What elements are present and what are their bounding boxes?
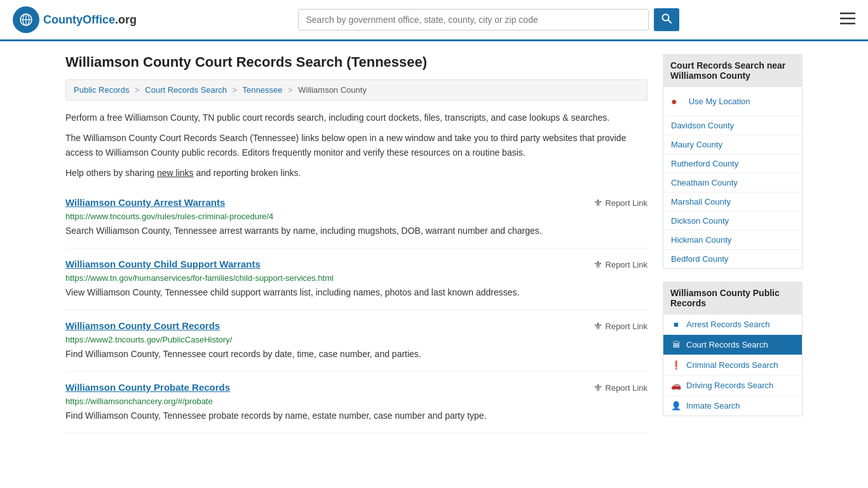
public-records-item[interactable]: ■Arrest Records Search: [663, 315, 802, 335]
use-location-link[interactable]: Use My Location: [681, 92, 758, 111]
nearby-county-item[interactable]: Rutherford County: [663, 154, 802, 173]
sidebar: Court Records Search near Williamson Cou…: [663, 54, 803, 433]
link-title-anchor[interactable]: Williamson County Arrest Warrants: [65, 197, 225, 208]
link-desc: Find Williamson County, Tennessee court …: [65, 348, 648, 361]
nearby-county-link[interactable]: Dickson County: [663, 212, 802, 230]
link-url[interactable]: https://williamsonchancery.org/#/probate: [65, 396, 648, 406]
link-entry-header: Williamson County Child Support Warrants…: [65, 259, 648, 271]
public-records-item[interactable]: ❗Criminal Records Search: [663, 355, 802, 376]
breadcrumb: Public Records > Court Records Search > …: [65, 79, 648, 100]
link-entries: Williamson County Arrest Warrants ⚜ Repo…: [65, 187, 648, 433]
public-records-item[interactable]: 🚗Driving Records Search: [663, 376, 802, 396]
nearby-county-link[interactable]: Rutherford County: [663, 154, 802, 173]
nearby-county-link[interactable]: Marshall County: [663, 193, 802, 211]
nearby-county-item[interactable]: Maury County: [663, 135, 802, 154]
link-entry-header: Williamson County Court Records ⚜ Report…: [65, 320, 648, 332]
link-title-anchor[interactable]: Williamson County Child Support Warrants: [65, 259, 261, 269]
use-location-item[interactable]: ● Use My Location: [663, 87, 802, 116]
nearby-county-link[interactable]: Hickman County: [663, 231, 802, 249]
public-records-link[interactable]: 🏛Court Records Search: [663, 335, 802, 355]
report-link-btn[interactable]: ⚜ Report Link: [593, 197, 648, 209]
report-link-btn[interactable]: ⚜ Report Link: [593, 259, 648, 271]
report-label: Report Link: [606, 383, 648, 393]
logo[interactable]: CountyOffice.org: [13, 6, 137, 33]
link-title: Williamson County Probate Records: [65, 382, 230, 393]
new-links-link[interactable]: new links: [157, 168, 194, 178]
link-entry: Williamson County Probate Records ⚜ Repo…: [65, 372, 648, 433]
nearby-county-item[interactable]: Hickman County: [663, 231, 802, 250]
nearby-county-item[interactable]: Dickson County: [663, 212, 802, 231]
link-title: Williamson County Child Support Warrants: [65, 259, 261, 269]
page-title: Williamson County Court Records Search (…: [65, 54, 648, 71]
search-input[interactable]: [298, 9, 649, 30]
report-label: Report Link: [606, 260, 648, 269]
nearby-county-item[interactable]: Cheatham County: [663, 173, 802, 193]
public-records-label: Criminal Records Search: [686, 360, 778, 370]
link-url[interactable]: https://www.tncourts.gov/rules/rules-cri…: [65, 212, 648, 221]
public-records-label: Court Records Search: [686, 340, 768, 349]
link-url[interactable]: https://www.tn.gov/humanservices/for-fam…: [65, 273, 648, 283]
link-entry-header: Williamson County Arrest Warrants ⚜ Repo…: [65, 197, 648, 209]
header: CountyOffice.org: [0, 0, 868, 41]
public-records-icon: 🚗: [671, 381, 681, 390]
public-records-label: Driving Records Search: [686, 381, 773, 390]
public-records-icon: ■: [671, 320, 681, 329]
nearby-section: Court Records Search near Williamson Cou…: [663, 54, 803, 269]
link-url[interactable]: https://www2.tncourts.gov/PublicCaseHist…: [65, 335, 648, 344]
logo-text: CountyOffice.org: [43, 13, 137, 27]
main-container: Williamson County Court Records Search (…: [53, 41, 815, 446]
report-icon: ⚜: [593, 320, 602, 332]
hamburger-icon: [840, 12, 855, 25]
logo-icon: [13, 6, 39, 33]
report-link-btn[interactable]: ⚜ Report Link: [593, 320, 648, 332]
nearby-county-item[interactable]: Marshall County: [663, 193, 802, 212]
public-records-item[interactable]: 🏛Court Records Search: [663, 335, 802, 355]
nearby-county-link[interactable]: Bedford County: [663, 250, 802, 268]
link-title: Williamson County Court Records: [65, 320, 220, 331]
breadcrumb-public-records[interactable]: Public Records: [74, 85, 129, 95]
content-area: Williamson County Court Records Search (…: [65, 54, 648, 433]
search-icon: [661, 13, 672, 24]
location-icon: ●: [671, 96, 677, 107]
nearby-county-link[interactable]: Maury County: [663, 135, 802, 154]
nearby-county-link[interactable]: Cheatham County: [663, 173, 802, 192]
link-entry: Williamson County Court Records ⚜ Report…: [65, 310, 648, 372]
nearby-title: Court Records Search near Williamson Cou…: [663, 54, 803, 87]
public-records-list: ■Arrest Records Search🏛Court Records Sea…: [663, 315, 803, 416]
report-icon: ⚜: [593, 259, 602, 271]
public-records-link[interactable]: ❗Criminal Records Search: [663, 355, 802, 375]
description-para2: The Williamson County Court Records Sear…: [65, 131, 648, 159]
link-desc: View Williamson County, Tennessee child …: [65, 286, 648, 299]
report-link-btn[interactable]: ⚜ Report Link: [593, 382, 648, 394]
public-records-link[interactable]: ■Arrest Records Search: [663, 315, 802, 334]
svg-line-6: [668, 20, 671, 24]
breadcrumb-court-records-search[interactable]: Court Records Search: [145, 85, 227, 95]
public-records-link[interactable]: 👤Inmate Search: [663, 396, 802, 416]
breadcrumb-tennessee[interactable]: Tennessee: [243, 85, 283, 95]
report-icon: ⚜: [593, 382, 602, 394]
search-button[interactable]: [654, 8, 679, 31]
report-label: Report Link: [606, 322, 648, 331]
link-title-anchor[interactable]: Williamson County Probate Records: [65, 382, 230, 393]
nearby-county-item[interactable]: Davidson County: [663, 116, 802, 135]
public-records-icon: ❗: [671, 360, 681, 370]
search-area: [298, 8, 679, 31]
link-entry: Williamson County Arrest Warrants ⚜ Repo…: [65, 187, 648, 248]
link-title-anchor[interactable]: Williamson County Court Records: [65, 320, 220, 331]
public-records-link[interactable]: 🚗Driving Records Search: [663, 376, 802, 395]
public-records-section: Williamson County Public Records ■Arrest…: [663, 281, 803, 416]
public-records-title: Williamson County Public Records: [663, 281, 803, 315]
nearby-county-link[interactable]: Davidson County: [663, 116, 802, 135]
link-entry-header: Williamson County Probate Records ⚜ Repo…: [65, 382, 648, 394]
nearby-county-item[interactable]: Bedford County: [663, 250, 802, 268]
public-records-label: Inmate Search: [686, 401, 740, 410]
breadcrumb-current: Williamson County: [298, 85, 367, 95]
report-icon: ⚜: [593, 197, 602, 209]
public-records-item[interactable]: 👤Inmate Search: [663, 396, 802, 416]
public-records-icon: 🏛: [671, 340, 681, 349]
link-entry: Williamson County Child Support Warrants…: [65, 248, 648, 310]
menu-button[interactable]: [840, 12, 855, 27]
link-desc: Find Williamson County, Tennessee probat…: [65, 409, 648, 423]
description-para1: Perform a free Williamson County, TN pub…: [65, 111, 648, 125]
link-title: Williamson County Arrest Warrants: [65, 197, 225, 208]
